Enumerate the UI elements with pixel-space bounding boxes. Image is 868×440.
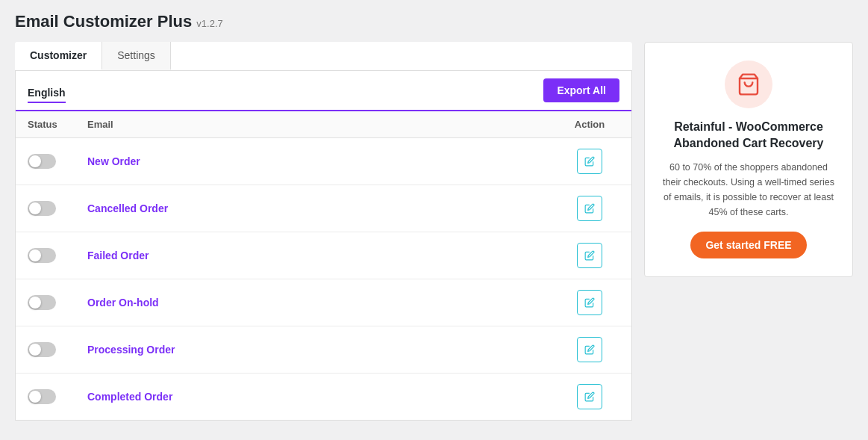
table-row: Failed Order [16, 232, 631, 279]
col-status-header: Status [28, 119, 87, 130]
tab-customizer[interactable]: Customizer [15, 42, 102, 70]
table-row: New Order [16, 138, 631, 185]
get-started-button[interactable]: Get started FREE [690, 232, 806, 258]
edit-button-3[interactable] [577, 290, 602, 315]
email-name-3[interactable]: Order On-hold [87, 297, 159, 309]
pencil-icon [584, 203, 595, 214]
content-area: English Export All Status Email Action N… [15, 71, 632, 421]
edit-button-4[interactable] [577, 337, 602, 362]
pencil-icon [584, 344, 595, 355]
email-name-4[interactable]: Processing Order [87, 344, 175, 356]
table-row: Cancelled Order [16, 185, 631, 232]
pencil-icon [584, 297, 595, 308]
table-row: Processing Order [16, 326, 631, 374]
edit-button-5[interactable] [577, 384, 602, 409]
app-title: Email Customizer Plus v1.2.7 [15, 12, 853, 31]
email-name-5[interactable]: Completed Order [87, 391, 172, 403]
edit-button-1[interactable] [577, 196, 602, 221]
status-toggle-0[interactable] [28, 154, 56, 169]
left-panel: Customizer Settings English Export All S… [15, 42, 632, 421]
app-version: v1.2.7 [196, 18, 222, 29]
status-toggle-5[interactable] [28, 389, 56, 404]
status-toggle-2[interactable] [28, 248, 56, 263]
pencil-icon [584, 391, 595, 402]
col-action-header: Action [560, 119, 619, 130]
pencil-icon [584, 156, 595, 167]
email-rows-container: New Order Cancelled Order [16, 138, 631, 420]
status-toggle-4[interactable] [28, 342, 56, 357]
language-label: English [28, 87, 66, 103]
status-toggle-3[interactable] [28, 295, 56, 310]
table-row: Order On-hold [16, 279, 631, 326]
table-row: Completed Order [16, 374, 631, 420]
email-name-1[interactable]: Cancelled Order [87, 202, 168, 214]
email-name-2[interactable]: Failed Order [87, 250, 149, 261]
pencil-icon [584, 250, 595, 261]
tabs-bar: Customizer Settings [15, 42, 632, 71]
cart-icon [737, 72, 761, 96]
status-toggle-1[interactable] [28, 201, 56, 216]
email-name-0[interactable]: New Order [87, 155, 140, 167]
col-email-header: Email [87, 119, 560, 130]
tab-settings[interactable]: Settings [102, 42, 171, 70]
promo-icon-wrapper [725, 61, 772, 108]
promo-title: Retainful - WooCommerce Abandoned Cart R… [660, 119, 837, 152]
export-all-button[interactable]: Export All [543, 78, 619, 102]
edit-button-0[interactable] [577, 149, 602, 174]
table-header: Status Email Action [16, 111, 631, 138]
promo-panel: Retainful - WooCommerce Abandoned Cart R… [644, 42, 853, 277]
edit-button-2[interactable] [577, 243, 602, 268]
promo-description: 60 to 70% of the shoppers abandoned thei… [660, 160, 837, 220]
language-bar: English Export All [16, 71, 631, 111]
